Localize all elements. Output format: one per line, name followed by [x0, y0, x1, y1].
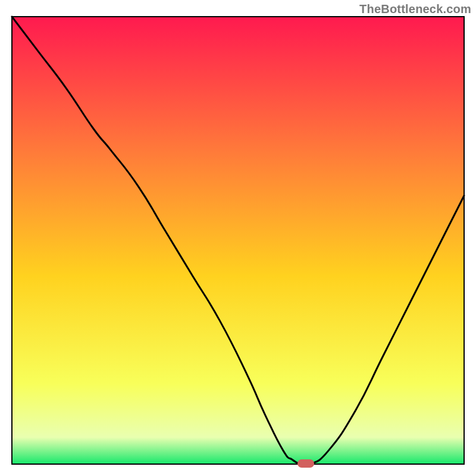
bottleneck-chart — [0, 0, 476, 476]
plot-background — [12, 17, 464, 464]
watermark-text: TheBottleneck.com — [359, 2, 471, 16]
optimal-marker — [298, 459, 314, 468]
chart-container: { "watermark": "TheBottleneck.com", "col… — [0, 0, 476, 476]
